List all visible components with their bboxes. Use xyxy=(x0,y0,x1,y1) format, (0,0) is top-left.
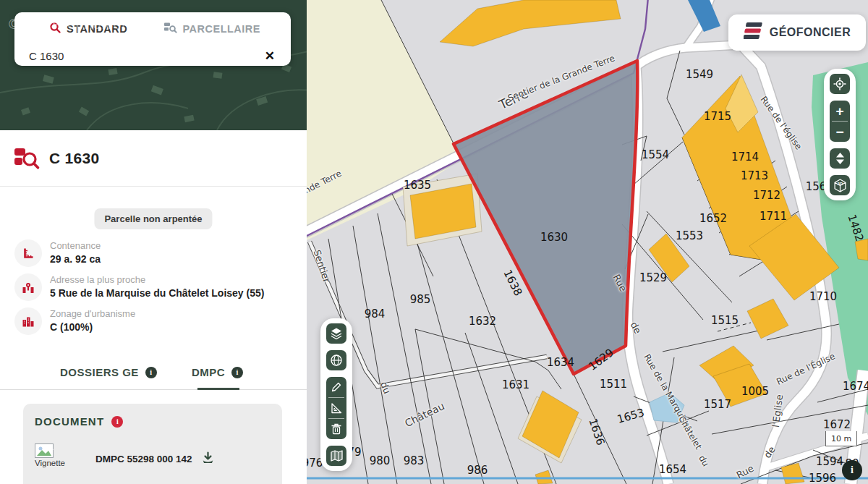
tab-dossiers-ge[interactable]: DOSSIERS GE i xyxy=(60,366,157,378)
info-value: 29 a. 92 ca xyxy=(50,253,101,265)
map-controls-right: + − 3D xyxy=(824,69,856,200)
trash-icon xyxy=(330,423,343,436)
ruler-icon xyxy=(14,239,42,267)
pencil-icon xyxy=(330,381,343,394)
draw-tools-group xyxy=(326,377,346,439)
tab-parcellaire-label: PARCELLAIRE xyxy=(182,23,260,35)
folded-map-icon xyxy=(330,449,344,462)
parcel-status-badge: Parcelle non arpentée xyxy=(94,208,212,229)
info-value: 5 Rue de la Marquise du Châtelet Loisey … xyxy=(50,287,264,299)
download-button[interactable] xyxy=(201,451,215,467)
document-info-icon[interactable]: i xyxy=(111,416,123,428)
parcel-info-list: Contenance 29 a. 92 ca Adresse la plus p… xyxy=(14,239,292,341)
info-row-adresse: Adresse la plus proche 5 Rue de la Marqu… xyxy=(14,273,292,301)
locate-button[interactable] xyxy=(830,74,850,94)
tab-dossiers-label: DOSSIERS GE xyxy=(60,366,139,378)
zoom-control: + − xyxy=(830,101,850,142)
info-row-zonage: Zonage d'urbanisme C (100%) xyxy=(14,307,292,335)
download-icon xyxy=(201,451,215,464)
info-value: C (100%) xyxy=(50,321,135,333)
parcel-title-row: C 1630 xyxy=(0,130,307,187)
map-canvas[interactable]: 1549171515541714171317121711165215531529… xyxy=(307,0,868,484)
parcel-title: C 1630 xyxy=(49,150,100,167)
info-circle-icon[interactable]: i xyxy=(231,367,243,378)
cadastral-map-geometry xyxy=(307,0,868,484)
watermark: © EtreProprio.com xyxy=(9,16,134,33)
geofoncier-logo[interactable]: GÉOFONCIER xyxy=(728,14,866,51)
map-legend-button[interactable] xyxy=(326,446,346,466)
scale-label: 10 m xyxy=(831,434,851,443)
set-square-icon xyxy=(330,402,343,415)
zoom-out-button[interactable]: − xyxy=(830,122,850,142)
up-down-arrows-icon xyxy=(835,152,846,165)
clear-search-button[interactable]: ✕ xyxy=(260,47,279,65)
tab-parcellaire[interactable]: PARCELLAIRE xyxy=(158,20,266,38)
sidebar-panel: © EtreProprio.com STANDARD PARCELLAIRE C… xyxy=(0,0,307,484)
broken-image-icon xyxy=(35,443,54,458)
search-input[interactable]: C 1630 xyxy=(29,50,260,62)
map-tools-left xyxy=(320,318,352,471)
document-section-title: DOCUMENT xyxy=(35,415,104,428)
document-thumbnail[interactable]: Vignette xyxy=(35,443,65,467)
address-pin-icon xyxy=(14,273,42,301)
globe-icon xyxy=(330,354,343,367)
map-info-button[interactable]: i xyxy=(842,460,862,480)
document-file-label: DMPC 55298 000 142 xyxy=(95,454,192,464)
scale-bar: 10 m xyxy=(825,431,857,446)
document-card: DOCUMENT i Vignette DMPC 55298 000 142 xyxy=(23,404,282,484)
layers-icon xyxy=(330,327,343,340)
tab-dmpc-label: DMPC xyxy=(192,366,225,378)
info-row-contenance: Contenance 29 a. 92 ca xyxy=(14,239,292,267)
delete-button[interactable] xyxy=(326,419,346,439)
parcel-search-result-icon xyxy=(13,144,41,173)
sidebar-map-header: © EtreProprio.com STANDARD PARCELLAIRE C… xyxy=(0,0,307,130)
locate-icon xyxy=(833,77,846,90)
info-label: Contenance xyxy=(50,240,101,251)
geofoncier-app: 1549171515541714171317121711165215531529… xyxy=(0,0,868,484)
thumbnail-caption: Vignette xyxy=(35,459,65,467)
measure-button[interactable] xyxy=(326,398,346,418)
info-circle-icon[interactable]: i xyxy=(145,367,157,378)
basemap-globe-button[interactable] xyxy=(326,350,346,370)
brand-name: GÉOFONCIER xyxy=(770,26,851,39)
layers-button[interactable] xyxy=(326,323,346,344)
tab-dmpc[interactable]: DMPC i xyxy=(192,366,243,378)
geofoncier-icon xyxy=(744,22,762,43)
document-tabs: DOSSIERS GE i DMPC i xyxy=(0,362,307,390)
search-row: C 1630 ✕ xyxy=(14,43,291,65)
active-tab-underline xyxy=(197,388,239,390)
document-file-row: Vignette DMPC 55298 000 142 xyxy=(35,443,271,467)
draw-pencil-button[interactable] xyxy=(326,377,346,397)
info-label: Adresse la plus proche xyxy=(50,274,264,285)
zoom-in-button[interactable]: + xyxy=(830,101,850,121)
parcel-search-icon xyxy=(163,22,177,36)
cube-3d-icon: 3D xyxy=(833,179,847,192)
elevation-toggle-button[interactable] xyxy=(830,148,850,169)
view-3d-button[interactable]: 3D xyxy=(830,175,850,195)
buildings-icon xyxy=(14,307,42,335)
info-label: Zonage d'urbanisme xyxy=(50,308,135,319)
svg-text:3D: 3D xyxy=(837,181,842,185)
